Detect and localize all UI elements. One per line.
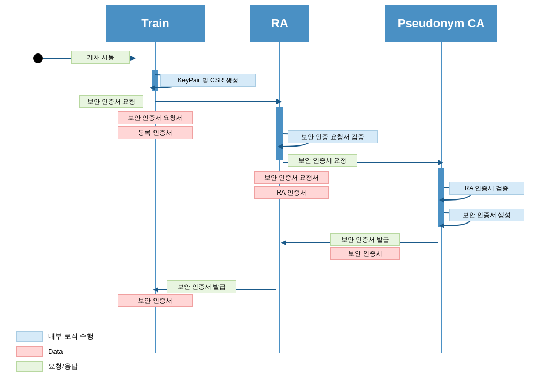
svg-marker-10 [278, 144, 283, 149]
diagram-container: Train RA Pseudonym CA [0, 0, 554, 392]
msg-verify-req: 보안 인증 요청서 검증 [288, 130, 378, 143]
msg-cert-generate: 보안 인증서 생성 [449, 209, 524, 221]
svg-rect-13 [438, 168, 444, 227]
svg-marker-19 [153, 287, 158, 293]
msg-ra-issue-cert: 보안 인증서 발급 [167, 280, 236, 293]
msg-ra-cert: RA 인증서 [254, 186, 329, 199]
msg-ra-to-pca-req: 보안 인증서 요청 [288, 154, 357, 167]
svg-rect-3 [152, 70, 158, 91]
start-circle [33, 53, 43, 63]
legend-box-pink [16, 346, 43, 357]
legend-box-blue [16, 331, 43, 342]
actor-pseudonym-ca: Pseudonym CA [385, 5, 497, 42]
legend-label-green: 요청/응답 [48, 362, 78, 371]
msg-train-cert-data: 보안 인증서 [118, 294, 193, 307]
legend-box-green [16, 361, 43, 372]
msg-security-request: 보안 인증서 요청 [79, 95, 143, 108]
legend-item-blue: 내부 로직 수행 [16, 331, 94, 342]
msg-pca-cert-data: 보안 인증서 [330, 247, 400, 260]
svg-marker-12 [438, 160, 443, 165]
svg-marker-17 [281, 240, 286, 245]
msg-enroll-cert: 등록 인증서 [118, 126, 193, 139]
msg-keypair: KeyPair 및 CSR 생성 [160, 74, 256, 87]
svg-rect-9 [276, 107, 283, 160]
svg-marker-8 [276, 99, 282, 104]
msg-pca-issue-cert: 보안 인증서 발급 [330, 233, 400, 246]
svg-marker-15 [439, 223, 444, 228]
msg-ra-cert-verify: RA 인증서 검증 [449, 182, 524, 195]
msg-train-start: 기차 시동 [71, 51, 130, 64]
svg-marker-14 [439, 197, 444, 203]
legend-item-pink: Data [16, 346, 94, 357]
svg-marker-6 [150, 85, 155, 90]
legend-label-blue: 내부 로직 수행 [48, 332, 94, 341]
actor-ra: RA [250, 5, 309, 42]
svg-marker-5 [130, 56, 136, 61]
actor-train: Train [106, 5, 205, 42]
msg-security-cert-req: 보안 인증서 요청서 [118, 111, 193, 124]
legend-label-pink: Data [48, 348, 63, 356]
legend: 내부 로직 수행 Data 요청/응답 [16, 331, 94, 376]
legend-item-green: 요청/응답 [16, 361, 94, 372]
msg-ra-cert-req: 보안 인증서 요청서 [254, 171, 329, 184]
